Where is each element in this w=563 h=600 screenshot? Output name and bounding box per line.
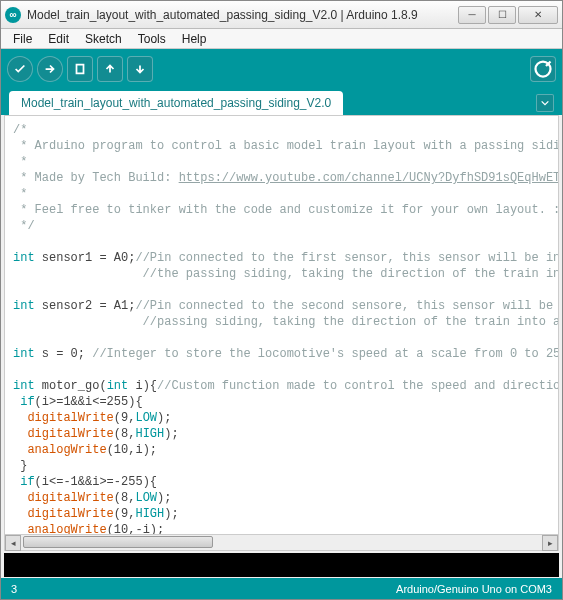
scroll-track[interactable] [21,535,542,550]
upload-button[interactable] [37,56,63,82]
code-text: ); [164,507,178,521]
code-function: digitalWrite [13,491,114,505]
arrow-up-icon [103,62,117,76]
code-comment: //Integer to store the locomotive's spee… [92,347,558,361]
window-title: Model_train_layout_with_automated_passin… [27,8,458,22]
code-keyword: if [13,395,35,409]
code-constant: LOW [135,411,157,425]
code-line: //the passing siding, taking the directi… [13,267,558,281]
code-keyword: int [13,299,35,313]
save-button[interactable] [127,56,153,82]
code-function: digitalWrite [13,507,114,521]
code-line: */ [13,219,35,233]
code-line: * Arduino program to control a basic mod… [13,139,558,153]
menu-tools[interactable]: Tools [132,30,172,48]
scroll-left-button[interactable]: ◂ [5,535,21,551]
verify-button[interactable] [7,56,33,82]
arduino-app-icon: ∞ [5,7,21,23]
code-constant: HIGH [135,427,164,441]
tab-menu-button[interactable] [536,94,554,112]
code-link: https://www.youtube.com/channel/UCNy?Dyf… [179,171,558,185]
code-text: (i<=-1&&i>=-255){ [35,475,157,489]
code-text: ); [157,411,171,425]
code-keyword: int [13,347,35,361]
menu-file[interactable]: File [7,30,38,48]
code-line: * Made by Tech Build: [13,171,179,185]
open-button[interactable] [97,56,123,82]
code-text: s = 0; [35,347,93,361]
code-comment: //Pin connected to the second sensore, t… [135,299,558,313]
code-text: i){ [128,379,157,393]
menubar: File Edit Sketch Tools Help [1,29,562,49]
code-line: * [13,155,35,169]
toolbar [1,49,562,89]
code-text: (10,i); [107,443,157,457]
code-line: //passing siding, taking the direction o… [13,315,558,329]
chevron-down-icon [540,98,550,108]
arrow-right-icon [43,62,57,76]
code-line: * [13,187,35,201]
code-keyword: int [13,251,35,265]
code-line: * Feel free to tinker with the code and … [13,203,558,217]
code-editor[interactable]: /* * Arduino program to control a basic … [5,116,558,536]
code-comment: //Custom function made to control the sp… [157,379,558,393]
code-line: /* [13,123,27,137]
code-keyword: int [107,379,129,393]
arrow-down-icon [133,62,147,76]
tabbar: Model_train_layout_with_automated_passin… [1,89,562,115]
close-button[interactable]: ✕ [518,6,558,24]
scroll-right-button[interactable]: ▸ [542,535,558,551]
code-keyword: if [13,475,35,489]
status-line-number: 3 [11,583,17,595]
new-button[interactable] [67,56,93,82]
code-text: (9, [114,507,136,521]
code-text: (8, [114,491,136,505]
code-text: sensor1 = A0; [35,251,136,265]
file-icon [73,62,87,76]
menu-sketch[interactable]: Sketch [79,30,128,48]
code-line: } [13,459,27,473]
menu-edit[interactable]: Edit [42,30,75,48]
editor-area: /* * Arduino program to control a basic … [4,115,559,551]
code-function: analogWrite [13,443,107,457]
status-board-info: Arduino/Genuino Uno on COM3 [396,583,552,595]
code-text: (8, [114,427,136,441]
code-function: digitalWrite [13,411,114,425]
serial-monitor-button[interactable] [530,56,556,82]
menu-help[interactable]: Help [176,30,213,48]
window-titlebar: ∞ Model_train_layout_with_automated_pass… [1,1,562,29]
code-text: sensor2 = A1; [35,299,136,313]
window-controls: ─ ☐ ✕ [458,6,558,24]
statusbar: 3 Arduino/Genuino Uno on COM3 [1,578,562,600]
code-function: digitalWrite [13,427,114,441]
code-keyword: int [13,379,35,393]
code-text: ); [157,491,171,505]
scroll-thumb[interactable] [23,536,213,548]
maximize-button[interactable]: ☐ [488,6,516,24]
code-constant: LOW [135,491,157,505]
minimize-button[interactable]: ─ [458,6,486,24]
horizontal-scrollbar: ◂ ▸ [5,534,558,550]
code-text: motor_go( [35,379,107,393]
check-icon [13,62,27,76]
code-text: (9, [114,411,136,425]
console-output [4,553,559,577]
code-text: (i>=1&&i<=255){ [35,395,143,409]
code-text: ); [164,427,178,441]
svg-rect-0 [77,65,84,74]
code-constant: HIGH [135,507,164,521]
code-comment: //Pin connected to the first sensor, thi… [135,251,558,265]
sketch-tab[interactable]: Model_train_layout_with_automated_passin… [9,91,343,115]
serial-icon [531,57,555,81]
